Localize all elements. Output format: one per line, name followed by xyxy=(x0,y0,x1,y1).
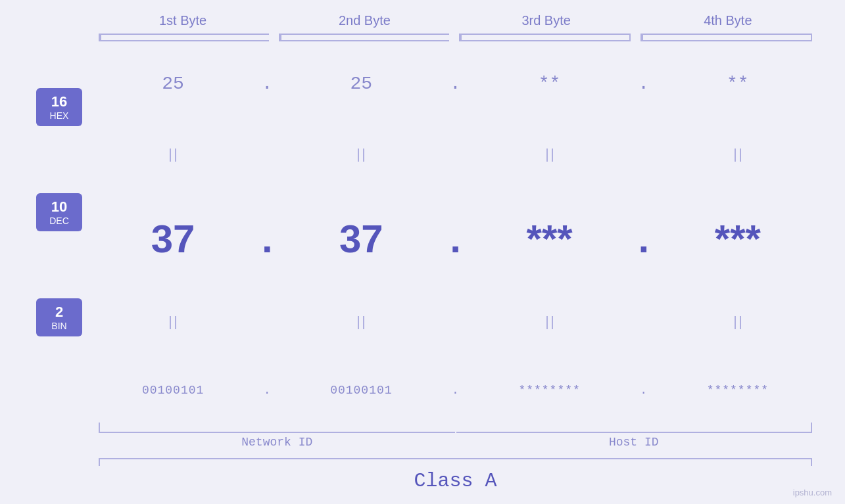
bin-badge-num: 2 xyxy=(39,304,80,321)
bracket-row-top xyxy=(92,34,819,41)
hex-val-1: 25 xyxy=(162,74,184,94)
byte-header-2: 2nd Byte xyxy=(274,13,455,28)
bin-cell-4: ******** xyxy=(657,384,819,397)
hex-val-3: ** xyxy=(539,74,561,94)
hex-val-4: ** xyxy=(727,74,749,94)
hex-cell-4: ** xyxy=(657,74,819,94)
byte-header-3: 3rd Byte xyxy=(456,13,637,28)
par-cell-3 xyxy=(469,149,631,162)
par2-line-1a xyxy=(170,316,171,329)
class-label: Class A xyxy=(92,459,819,497)
par-line-2a xyxy=(358,149,359,162)
data-area: 25 . 25 . ** . ** xyxy=(92,48,819,423)
hex-dot-2: . xyxy=(443,74,469,94)
hex-cell-1: 25 xyxy=(92,74,254,94)
bin-dot-2: . xyxy=(443,384,469,397)
hex-dot-1: . xyxy=(254,74,280,94)
rows-area: 16 HEX 10 DEC 2 BIN 25 . 25 xyxy=(26,48,819,423)
bin-badge-base: BIN xyxy=(39,321,80,331)
bin-cell-1: 00100101 xyxy=(92,384,254,397)
dec-dot-1: . xyxy=(254,216,280,262)
bin-val-4: ******** xyxy=(707,384,769,397)
par2-line-4a xyxy=(735,316,736,329)
par2-cell-4 xyxy=(657,316,819,329)
hex-row: 25 . 25 . ** . ** xyxy=(92,74,819,94)
host-bracket-line xyxy=(456,423,813,433)
net-bracket-line xyxy=(99,423,455,433)
par2-cell-3 xyxy=(469,316,631,329)
dec-badge-base: DEC xyxy=(39,216,80,226)
dec-val-4: *** xyxy=(715,217,761,261)
full-bracket-right xyxy=(811,458,812,466)
parallel-lines-1 xyxy=(92,145,819,165)
par-cell-4 xyxy=(657,149,819,162)
dec-badge-num: 10 xyxy=(39,198,80,216)
hex-cell-3: ** xyxy=(469,74,631,94)
dec-dot-3: . xyxy=(631,216,657,262)
par-cell-1 xyxy=(92,149,254,162)
bin-cell-2: 00100101 xyxy=(280,384,442,397)
bin-dot-1: . xyxy=(254,384,280,397)
dec-val-1: 37 xyxy=(151,217,195,261)
dec-row: 37 . 37 . *** . *** xyxy=(92,216,819,262)
main-container: 1st Byte 2nd Byte 3rd Byte 4th Byte 16 H… xyxy=(0,0,845,504)
par-cell-2 xyxy=(280,149,442,162)
bin-val-2: 00100101 xyxy=(330,384,392,397)
bin-dot-3: . xyxy=(631,384,657,397)
par-line-4a xyxy=(735,149,736,162)
dec-cell-4: *** xyxy=(657,216,819,262)
par2-line-1b xyxy=(175,316,176,329)
dec-cell-2: 37 xyxy=(280,216,442,262)
par-line-1b xyxy=(175,149,176,162)
par-line-4b xyxy=(740,149,741,162)
byte-header-4: 4th Byte xyxy=(637,13,819,28)
parallel-lines-2 xyxy=(92,313,819,332)
par-line-3b xyxy=(552,149,553,162)
dec-val-2: 37 xyxy=(339,217,383,261)
host-id-label: Host ID xyxy=(456,436,813,449)
par2-cell-1 xyxy=(92,316,254,329)
par2-line-3b xyxy=(552,316,553,329)
byte-header-1: 1st Byte xyxy=(92,13,274,28)
par-line-3a xyxy=(546,149,548,162)
bottom-section: Network ID Host ID Class A xyxy=(92,423,819,504)
bracket-3 xyxy=(459,34,631,41)
bin-badge: 2 BIN xyxy=(36,298,82,336)
full-bracket-left xyxy=(99,458,100,466)
hex-badge: 16 HEX xyxy=(36,88,82,126)
full-bracket-line xyxy=(99,458,812,459)
dec-val-3: *** xyxy=(527,217,573,261)
bin-cell-3: ******** xyxy=(469,384,631,397)
dec-dot-2: . xyxy=(443,216,469,262)
id-bracket-row xyxy=(99,423,812,433)
bin-val-3: ******** xyxy=(518,384,580,397)
par-line-1a xyxy=(170,149,171,162)
dec-cell-1: 37 xyxy=(92,216,254,262)
bracket-4 xyxy=(640,34,812,41)
labels-column: 16 HEX 10 DEC 2 BIN xyxy=(26,48,92,423)
hex-val-2: 25 xyxy=(350,74,373,94)
hex-badge-num: 16 xyxy=(39,93,80,110)
hex-badge-base: HEX xyxy=(39,110,80,121)
hex-dot-3: . xyxy=(631,74,657,94)
id-labels-row: Network ID Host ID xyxy=(99,436,812,449)
byte-headers-row: 1st Byte 2nd Byte 3rd Byte 4th Byte xyxy=(92,13,819,28)
network-id-label: Network ID xyxy=(99,436,456,449)
dec-badge: 10 DEC xyxy=(36,193,82,231)
par2-line-2a xyxy=(358,316,359,329)
par2-line-4b xyxy=(740,316,741,329)
par2-line-2b xyxy=(363,316,364,329)
par-line-2b xyxy=(363,149,364,162)
par2-cell-2 xyxy=(280,316,442,329)
par2-line-3a xyxy=(546,316,548,329)
bin-row: 00100101 . 00100101 . ******** . *******… xyxy=(92,384,819,397)
watermark: ipshu.com xyxy=(793,488,832,497)
dec-cell-3: *** xyxy=(469,216,631,262)
bracket-1 xyxy=(99,34,269,41)
bracket-2 xyxy=(279,34,449,41)
bin-val-1: 00100101 xyxy=(142,384,204,397)
hex-cell-2: 25 xyxy=(280,74,442,94)
